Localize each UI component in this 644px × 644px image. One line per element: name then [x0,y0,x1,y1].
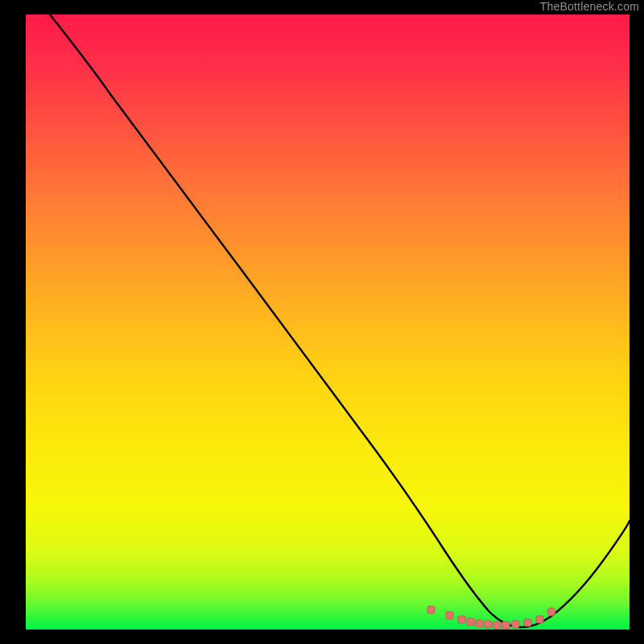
marker-dot [446,612,453,619]
bottleneck-curve [26,14,630,630]
marker-dot [427,606,435,613]
curve-path [50,14,630,627]
marker-dot [476,620,483,627]
marker-dot [467,618,474,625]
optimal-marker-group [427,606,555,629]
marker-dot [493,621,501,629]
marker-dot [524,619,531,626]
marker-dot [458,616,465,623]
marker-dot-end [547,608,555,616]
marker-dot [536,616,543,623]
chart-frame: TheBottleneck.com [0,0,644,644]
marker-dot [485,621,492,628]
gradient-plot-area [26,14,630,630]
marker-dot [512,621,519,628]
watermark-text: TheBottleneck.com [540,1,639,13]
marker-dot [502,621,510,629]
